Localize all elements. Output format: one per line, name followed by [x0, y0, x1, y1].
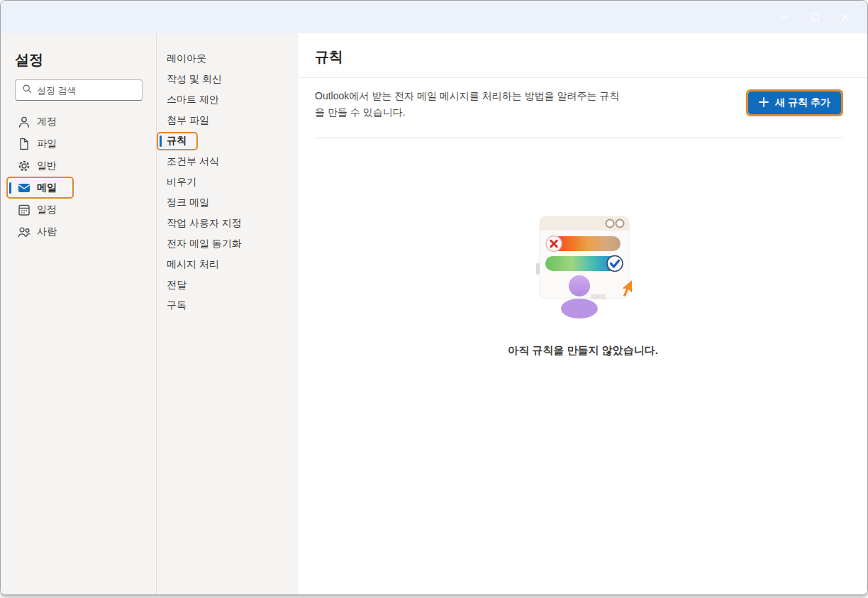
settings-window: 설정 계정	[0, 0, 868, 595]
submenu-item-sync-email[interactable]: 전자 메일 동기화	[157, 235, 253, 253]
submenu-item-smart-suggestions[interactable]: 스마트 제안	[157, 91, 230, 109]
page-title: 규칙	[315, 48, 867, 67]
selection-bar	[160, 218, 162, 229]
maximize-icon	[811, 12, 820, 22]
submenu-item-junk-email[interactable]: 정크 메일	[157, 194, 221, 212]
sidebar-item-account[interactable]: 계정	[6, 111, 74, 133]
selection-bar	[160, 53, 162, 65]
add-rule-button-highlight: 새 규칙 추가	[746, 89, 843, 116]
submenu-item-layout[interactable]: 레이아웃	[157, 50, 218, 68]
sidebar-item-people[interactable]: 사람	[6, 221, 74, 243]
minimize-button[interactable]	[771, 5, 801, 29]
gear-icon	[17, 159, 31, 173]
add-rule-button[interactable]: 새 규칙 추가	[748, 92, 841, 114]
submenu-item-sweep[interactable]: 비우기	[157, 173, 208, 192]
sidebar-item-label: 파일	[37, 138, 57, 150]
selection-bar	[160, 197, 162, 209]
maximize-button[interactable]	[801, 5, 830, 29]
settings-content: 설정 계정	[1, 33, 867, 594]
rules-intro: Outlook에서 받는 전자 메일 메시지를 처리하는 방법을 알려주는 규칙…	[299, 78, 867, 121]
sidebar-item-label: 일정	[37, 204, 57, 216]
submenu-item-attachments[interactable]: 첨부 파일	[157, 111, 221, 130]
plus-icon	[759, 97, 769, 109]
selection-bar	[160, 74, 162, 85]
close-button[interactable]	[830, 5, 860, 29]
selection-bar	[160, 94, 162, 106]
sidebar-item-label: 계정	[37, 116, 57, 128]
search-input[interactable]	[37, 85, 136, 96]
person-icon	[17, 115, 31, 129]
selection-bar	[9, 182, 11, 194]
document-icon	[17, 137, 31, 151]
submenu-item-conditional-formatting[interactable]: 조건부 서식	[157, 153, 230, 171]
sidebar-item-general[interactable]: 일반	[6, 155, 74, 177]
submenu-item-rules[interactable]: 규칙	[157, 132, 198, 150]
selection-bar	[160, 156, 162, 167]
calendar-icon	[17, 203, 31, 217]
selection-bar	[9, 204, 11, 216]
submenu-item-subscriptions[interactable]: 구독	[157, 297, 198, 315]
selection-bar	[160, 177, 162, 188]
close-icon	[840, 12, 850, 22]
selection-bar	[9, 138, 11, 150]
settings-search[interactable]	[15, 79, 143, 101]
rules-header: 규칙	[299, 33, 867, 78]
submenu-item-message-handling[interactable]: 메시지 처리	[157, 255, 230, 274]
empty-state-message: 아직 규칙을 만들지 않았습니다.	[508, 344, 658, 358]
settings-sidebar: 설정 계정	[1, 33, 157, 594]
selection-bar	[160, 135, 162, 147]
submenu-item-customize-actions[interactable]: 작업 사용자 지정	[157, 214, 253, 233]
section-divider	[315, 138, 842, 138]
sidebar-item-label: 사람	[37, 226, 57, 238]
selection-bar	[160, 279, 162, 291]
submenu-item-forwarding[interactable]: 전달	[157, 276, 198, 294]
minimize-icon	[781, 12, 791, 22]
selection-bar	[160, 259, 162, 270]
selection-bar	[160, 238, 162, 250]
sidebar-item-label: 일반	[37, 160, 57, 172]
sidebar-item-calendar[interactable]: 일정	[6, 199, 74, 221]
rules-empty-illustration	[527, 214, 639, 336]
rules-description: Outlook에서 받는 전자 메일 메시지를 처리하는 방법을 알려주는 규칙…	[315, 88, 624, 121]
selection-bar	[160, 300, 162, 311]
sidebar-item-files[interactable]: 파일	[6, 133, 74, 155]
rules-panel: 규칙 Outlook에서 받는 전자 메일 메시지를 처리하는 방법을 알려주는…	[299, 33, 867, 594]
sidebar-item-label: 메일	[37, 182, 57, 194]
selection-bar	[9, 160, 11, 172]
rules-empty-state: 아직 규칙을 만들지 않았습니다.	[299, 214, 867, 358]
mail-submenu: 레이아웃 작성 및 회신 스마트 제안 첨부 파일 규칙 조건부 서식	[157, 33, 299, 594]
mail-icon	[17, 181, 31, 195]
selection-bar	[9, 116, 11, 128]
selection-bar	[160, 115, 162, 126]
settings-title: 설정	[15, 50, 156, 70]
titlebar	[1, 1, 867, 33]
sidebar-item-mail[interactable]: 메일	[6, 177, 74, 199]
category-nav: 계정 파일 일	[1, 111, 156, 243]
search-icon	[21, 83, 33, 97]
selection-bar	[9, 226, 11, 238]
people-icon	[17, 225, 31, 239]
submenu-item-compose-reply[interactable]: 작성 및 회신	[157, 70, 233, 89]
